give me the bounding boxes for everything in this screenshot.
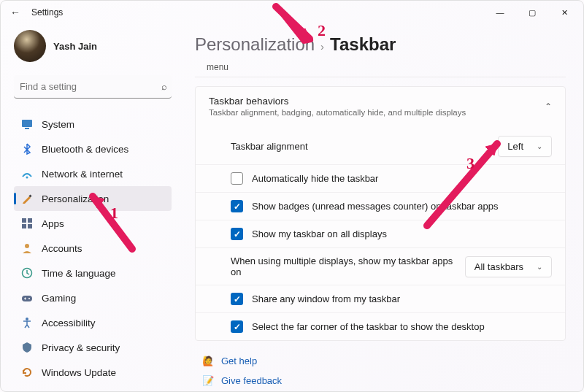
give-feedback-link[interactable]: 📝 Give feedback [202, 371, 566, 391]
sidebar-item-label: System [42, 119, 74, 130]
close-button[interactable]: ✕ [548, 1, 580, 24]
sidebar-item-accounts[interactable]: Accounts [14, 236, 172, 261]
sidebar-item-label: Bluetooth & devices [42, 144, 128, 155]
sidebar-item-time-language[interactable]: Time & language [14, 261, 172, 285]
row-multi-displays: When using multiple displays, show my ta… [196, 247, 565, 285]
chevron-down-icon: ⌄ [537, 263, 542, 271]
privacy-icon [21, 342, 33, 353]
svg-rect-10 [22, 296, 32, 301]
personalization-icon [21, 193, 33, 204]
breadcrumb-parent[interactable]: Personalization [195, 34, 315, 55]
gaming-icon [21, 292, 33, 304]
annotation-number-3: 3 [466, 154, 474, 173]
section-header[interactable]: Taskbar behaviors Taskbar alignment, bad… [196, 87, 565, 126]
chevron-right-icon: › [320, 40, 324, 53]
chevron-down-icon: ⌄ [537, 142, 542, 150]
accounts-icon [21, 242, 33, 254]
avatar [14, 30, 46, 62]
row-far-corner[interactable]: Select the far corner of the taskbar to … [196, 312, 565, 340]
network-icon [21, 168, 33, 180]
sidebar-item-gaming[interactable]: Gaming [14, 285, 172, 310]
sidebar-item-label: Time & language [42, 268, 116, 279]
section-title: Taskbar behaviors [209, 96, 466, 107]
sidebar-item-label: Network & internet [42, 169, 123, 180]
sidebar-item-privacy-security[interactable]: Privacy & security [14, 335, 172, 360]
sidebar-item-network-internet[interactable]: Network & internet [14, 161, 172, 186]
sidebar-item-label: Accounts [42, 243, 82, 254]
alignment-value: Left [507, 141, 523, 152]
row-taskbar-alignment: Taskbar alignment Left ⌄ [196, 126, 565, 164]
sidebar-item-personalization[interactable]: Personalization [14, 186, 172, 211]
svg-point-8 [25, 244, 29, 248]
sidebar-item-label: Gaming [42, 293, 76, 304]
section-subtitle: Taskbar alignment, badging, automaticall… [209, 108, 466, 117]
breadcrumb-current: Taskbar [330, 34, 396, 55]
sidebar-item-label: Apps [42, 218, 64, 229]
truncated-row: menu [195, 62, 566, 77]
get-help-link[interactable]: 🙋 Get help [202, 351, 566, 371]
svg-point-2 [26, 177, 28, 179]
app-title: Settings [31, 7, 63, 18]
annotation-number-2: 2 [318, 21, 326, 40]
help-icon: 🙋 [202, 356, 214, 366]
checkbox-all-displays[interactable] [231, 228, 243, 240]
alignment-label: Taskbar alignment [231, 141, 498, 152]
checkbox-share-window[interactable] [231, 293, 243, 305]
row-all-displays[interactable]: Show my taskbar on all displays [196, 220, 565, 247]
sidebar-item-label: Windows Update [42, 367, 116, 378]
svg-rect-1 [25, 128, 29, 129]
taskbar-behaviors-section: Taskbar behaviors Taskbar alignment, bad… [195, 86, 566, 341]
svg-point-11 [28, 298, 30, 299]
sidebar-item-label: Personalization [42, 193, 109, 204]
svg-rect-6 [22, 224, 26, 228]
annotation-number-1: 1 [110, 204, 118, 223]
sidebar-item-label: Accessibility [42, 318, 96, 328]
checkbox-auto-hide[interactable] [231, 172, 243, 185]
row-badges[interactable]: Show badges (unread messages counter) on… [196, 192, 565, 220]
row-auto-hide[interactable]: Automatically hide the taskbar [196, 164, 565, 192]
sidebar-item-windows-update[interactable]: Windows Update [14, 360, 172, 385]
svg-rect-4 [22, 218, 26, 223]
svg-rect-5 [28, 218, 32, 223]
bluetooth-icon [21, 143, 33, 155]
feedback-icon: 📝 [202, 375, 214, 386]
system-icon [21, 118, 33, 130]
sidebar-item-apps[interactable]: Apps [14, 211, 172, 236]
accessibility-icon [21, 317, 33, 328]
breadcrumb: Personalization › Taskbar [195, 34, 566, 55]
sidebar-item-system[interactable]: System [14, 112, 172, 137]
user-account[interactable]: Yash Jain [14, 30, 172, 62]
search-input[interactable] [18, 80, 161, 93]
apps-icon [21, 218, 33, 229]
back-button[interactable]: ← [4, 1, 27, 24]
chevron-up-icon: ⌃ [545, 101, 552, 112]
maximize-button[interactable]: ▢ [516, 1, 548, 24]
user-name: Yash Jain [53, 41, 97, 52]
time-icon [21, 267, 33, 279]
search-icon: ⌕ [161, 81, 167, 92]
sidebar-item-bluetooth-devices[interactable]: Bluetooth & devices [14, 137, 172, 161]
checkbox-far-corner[interactable] [231, 320, 243, 333]
svg-rect-0 [22, 120, 32, 127]
svg-point-12 [26, 318, 28, 320]
multi-value: All taskbars [474, 261, 523, 272]
sidebar-item-label: Privacy & security [42, 342, 120, 353]
alignment-dropdown[interactable]: Left ⌄ [498, 136, 552, 157]
checkbox-badges[interactable] [231, 200, 243, 212]
row-share-window[interactable]: Share any window from my taskbar [196, 285, 565, 312]
multi-dropdown[interactable]: All taskbars ⌄ [465, 256, 552, 277]
minimize-button[interactable]: — [484, 1, 516, 24]
svg-rect-7 [28, 224, 32, 228]
update-icon [21, 366, 33, 378]
sidebar-item-accessibility[interactable]: Accessibility [14, 310, 172, 335]
search-box[interactable]: ⌕ [14, 75, 172, 99]
